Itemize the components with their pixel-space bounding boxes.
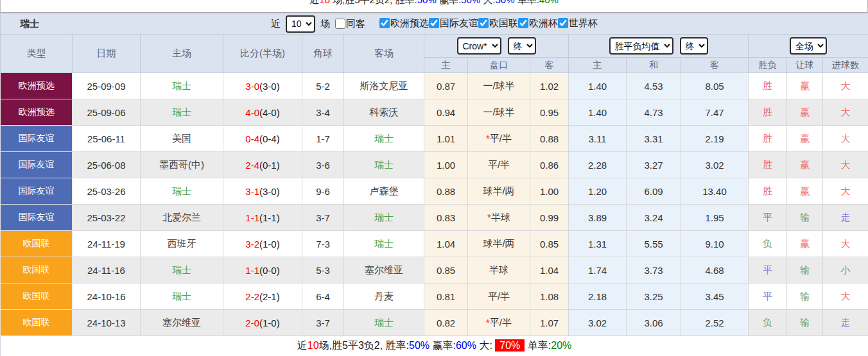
match-type-badge: 国际友谊 (1, 178, 73, 205)
filter-checkbox[interactable] (379, 18, 390, 28)
match-row: 欧国联24-11-16瑞士1-1(0-0)5-3塞尔维亚0.85半球1.041.… (1, 257, 868, 284)
home-team: 瑞士 (141, 178, 223, 205)
summary-segment: 20% (551, 340, 571, 351)
corners: 3-6 (302, 152, 344, 178)
col-header-away: 客场 (344, 35, 424, 73)
filter-label: 欧洲杯 (529, 17, 558, 30)
filter-欧洲杯[interactable]: 欧洲杯 (518, 17, 558, 30)
summary-segment: 场,胜5平3负2, 胜率: (319, 340, 409, 351)
away-team: 瑞士 (344, 205, 424, 231)
score: 3-2(1-0) (223, 231, 302, 257)
fulltime-score: 2-4 (245, 160, 259, 171)
filter-欧国联[interactable]: 欧国联 (478, 17, 518, 30)
avg-odds-select[interactable]: 胜平负均值 (609, 37, 673, 55)
result-outcome: 平 (749, 284, 787, 310)
summary-segment: 10 (308, 340, 319, 351)
match-date: 25-09-06 (73, 99, 141, 126)
same-venue-filter[interactable]: 同客 (335, 18, 365, 30)
halftime-score: (4-0) (259, 107, 280, 118)
away-team: 科索沃 (344, 99, 424, 126)
recent-matches-select[interactable]: 10 (286, 15, 315, 33)
score: 3-0(3-0) (223, 73, 302, 99)
halftime-score: (0-4) (259, 133, 280, 144)
filter-世界杯[interactable]: 世界杯 (558, 17, 598, 30)
halftime-score: (3-0) (259, 81, 280, 92)
filter-国际友谊[interactable]: 国际友谊 (429, 17, 478, 30)
summary-segment: 40% (539, 0, 559, 5)
summary-segment: 50% (495, 0, 514, 5)
fulltime-score: 1-1 (245, 212, 259, 223)
corners: 7-3 (302, 231, 344, 257)
sub-header-handicap-result: 让球 (787, 58, 823, 73)
column-header-row: 类型 日期 主场 比分(半场) 角球 客场 Crow* 终 胜 (1, 35, 868, 58)
avg-draw-odds: 3.73 (627, 257, 681, 284)
away-team: 瑞士 (344, 310, 424, 336)
handicap-home-odds: 0.85 (424, 257, 468, 284)
match-type-badge: 欧洲预选 (1, 99, 73, 126)
handicap-home-odds: 0.87 (424, 73, 468, 99)
filter-checkbox[interactable] (429, 18, 439, 28)
summary-segment: 70% (495, 339, 525, 352)
score: 1-1(1-1) (223, 205, 302, 231)
result-handicap: 输 (787, 310, 823, 336)
scope-select[interactable]: 全场 (790, 37, 827, 55)
result-handicap: 赢 (787, 231, 823, 257)
result-goals: 大 (823, 178, 868, 205)
sub-header-handicap-line: 盘口 (468, 58, 530, 73)
handicap-line: 平/半 (468, 284, 530, 310)
match-date: 25-09-09 (73, 73, 141, 99)
summary-segment: 赢率: (430, 340, 456, 351)
avg-draw-odds: 3.24 (627, 205, 681, 231)
result-handicap: 赢 (787, 152, 823, 178)
same-venue-checkbox[interactable] (335, 19, 345, 29)
filter-checkbox[interactable] (518, 18, 528, 28)
match-row: 国际友谊25-03-26瑞士3-1(3-0)9-6卢森堡0.88球半/两1.00… (1, 178, 868, 205)
filter-label: 欧洲预选 (390, 17, 429, 30)
summary-segment: 单率: (525, 340, 551, 351)
match-type-badge: 欧国联 (1, 310, 73, 336)
match-row: 欧国联24-10-13塞尔维亚2-0(1-0)3-7瑞士0.82*平/半1.07… (1, 310, 868, 336)
fulltime-score: 4-0 (245, 107, 259, 118)
filter-欧洲预选[interactable]: 欧洲预选 (379, 17, 429, 30)
filters-bar: 近 10 场 同客 欧洲预选国际友谊欧国联欧洲杯世界杯 (271, 15, 598, 33)
filter-checkbox[interactable] (478, 18, 489, 28)
col-header-home: 主场 (141, 35, 223, 73)
fulltime-score: 3-1 (245, 186, 259, 197)
filter-checkbox[interactable] (558, 18, 568, 28)
avg-draw-odds: 4.73 (627, 99, 681, 126)
result-handicap: 赢 (787, 99, 823, 126)
handicap-line: 球半/两 (468, 231, 530, 257)
result-goals: 大 (823, 152, 868, 178)
match-type-badge: 欧洲预选 (1, 73, 73, 99)
bookmaker-time-select[interactable]: 终 (508, 37, 536, 55)
bookmaker-select[interactable]: Crow* (457, 37, 501, 55)
home-team: 瑞士 (141, 73, 223, 99)
score: 2-4(0-1) (223, 152, 302, 178)
handicap-away-odds: 1.02 (530, 73, 569, 99)
result-outcome: 胜 (749, 178, 787, 205)
summary-segment: 近 (309, 0, 319, 5)
handicap-line: 一/球半 (468, 73, 530, 99)
sub-header-handicap-home: 主 (424, 58, 468, 73)
result-outcome: 负 (749, 310, 787, 336)
fulltime-score: 2-2 (245, 291, 259, 302)
result-outcome: 平 (749, 205, 787, 231)
col-header-type: 类型 (1, 35, 73, 73)
team-filter-row: 瑞士 近 10 场 同客 (1, 13, 868, 35)
match-row: 国际友谊25-03-22北爱尔兰1-1(1-1)3-7瑞士0.83*半球0.99… (1, 205, 868, 231)
result-outcome: 平 (749, 257, 787, 284)
avg-time-select[interactable]: 终 (680, 37, 708, 55)
handicap-away-odds: 1.04 (530, 257, 569, 284)
handicap-line: 球半/两 (468, 178, 530, 205)
filter-label: 世界杯 (569, 17, 598, 30)
col-header-date: 日期 (73, 35, 141, 73)
result-outcome: 胜 (749, 73, 787, 99)
handicap-line: *平/半 (468, 126, 530, 152)
result-outcome: 胜 (749, 152, 787, 178)
summary-segment: 50% (409, 340, 430, 351)
match-row: 国际友谊25-06-11美国0-4(0-4)1-7瑞士1.01*平/半0.883… (1, 126, 868, 152)
corners: 3-4 (302, 99, 344, 126)
home-team: 美国 (141, 126, 223, 152)
handicap-line: 半球 (468, 257, 530, 284)
away-team: 斯洛文尼亚 (344, 73, 424, 99)
